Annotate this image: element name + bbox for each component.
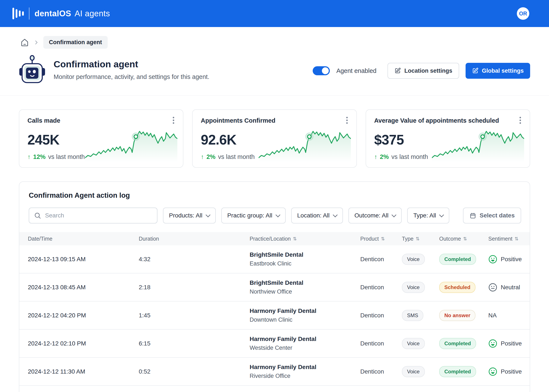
outcome-badge: Scheduled: [439, 282, 475, 293]
kebab-menu-button[interactable]: [170, 115, 177, 126]
cell-product: Denticon: [360, 312, 402, 319]
sentiment-label: NA: [488, 312, 497, 319]
breadcrumb: Confirmation agent: [20, 36, 549, 49]
cell-sentiment: Positive: [488, 339, 530, 348]
column-label: Outcome: [439, 236, 461, 242]
search-box[interactable]: [29, 208, 157, 224]
table-header: Date/TimeDurationPractice/Location⇅Produ…: [19, 232, 530, 245]
home-icon[interactable]: [20, 38, 29, 47]
brand-divider: [29, 7, 29, 20]
search-input[interactable]: [45, 212, 152, 219]
sentiment-label: Positive: [501, 368, 522, 375]
column-label: Product: [360, 236, 379, 242]
cell-outcome: Completed: [439, 366, 488, 377]
agent-enabled-toggle[interactable]: [313, 66, 330, 75]
location-settings-button[interactable]: Location settings: [388, 63, 459, 79]
table-body: 2024-12-13 09:15 AM 4:32 BrightSmile Den…: [19, 245, 530, 392]
select-dates-label: Select dates: [480, 212, 515, 219]
filter-location-all[interactable]: Location: All: [291, 208, 343, 224]
table-row[interactable]: 2024-12-12 02:10 PM 6:15 Harmony Family …: [19, 329, 530, 358]
cell-outcome: Completed: [439, 254, 488, 265]
practice-name: Harmony Family Dental: [250, 307, 360, 315]
cell-practice-location: BrightSmile Dental Northview Office: [250, 279, 360, 295]
cell-type: Voice: [402, 366, 439, 377]
cell-product: Denticon: [360, 284, 402, 291]
practice-location: Downtown Clinic: [250, 316, 360, 324]
cell-datetime: 2024-12-13 08:45 AM: [28, 284, 139, 291]
type-badge: SMS: [402, 310, 423, 321]
outcome-badge: Completed: [439, 338, 476, 349]
cell-product: Denticon: [360, 368, 402, 375]
column-header-date-time: Date/Time: [28, 236, 139, 242]
column-header-type[interactable]: Type⇅: [402, 236, 439, 242]
type-badge: Voice: [402, 254, 425, 265]
global-settings-label: Global settings: [482, 68, 524, 74]
outcome-badge: No answer: [439, 310, 475, 321]
table-row[interactable]: 2024-12-13 08:45 AM 2:18 BrightSmile Den…: [19, 273, 530, 301]
toggle-knob: [322, 67, 329, 74]
stat-delta-suffix: vs last month: [218, 153, 255, 161]
breadcrumb-current[interactable]: Confirmation agent: [43, 36, 108, 49]
cell-product: Denticon: [360, 340, 402, 347]
cell-duration: 6:15: [139, 340, 250, 347]
table-row[interactable]: 2024-12-12 11:30 AM 0:52 Harmony Family …: [19, 358, 530, 386]
sort-icon: ⇅: [463, 236, 467, 241]
page-title: Confirmation agent: [54, 59, 209, 70]
outcome-badge: Completed: [439, 254, 476, 265]
cell-outcome: Scheduled: [439, 282, 488, 293]
filter-label: Products: All: [169, 212, 202, 219]
cell-practice-location: Harmony Family Dental Riverside Office: [250, 363, 360, 380]
column-header-duration: Duration: [139, 236, 250, 242]
chevron-down-icon: [275, 212, 280, 217]
brand-name: dentalOS: [35, 9, 71, 18]
select-dates-button[interactable]: Select dates: [463, 208, 521, 224]
filter-outcome-all[interactable]: Outcome: All: [348, 208, 402, 224]
table-row[interactable]: 2024-12-12 04:20 PM 1:45 Harmony Family …: [19, 301, 530, 329]
sentiment-label: Neutral: [501, 284, 520, 291]
practice-name: Harmony Family Dental: [250, 363, 360, 371]
brand-logo: dentalOS AI agents: [13, 7, 110, 20]
filter-label: Practic group: All: [227, 212, 272, 219]
column-label: Type: [402, 236, 413, 242]
column-label: Duration: [139, 236, 159, 242]
column-header-outcome[interactable]: Outcome⇅: [439, 236, 488, 242]
arrow-up-icon: ↑: [374, 153, 377, 161]
global-settings-button[interactable]: Global settings: [466, 63, 530, 79]
cell-outcome: No answer: [439, 310, 488, 321]
filter-type-all[interactable]: Type: All: [407, 208, 449, 224]
type-badge: Voice: [402, 338, 425, 349]
table-row[interactable]: 2024-12-13 09:15 AM 4:32 BrightSmile Den…: [19, 245, 530, 273]
chevron-down-icon: [439, 212, 444, 217]
chevron-down-icon: [333, 212, 338, 217]
column-label: Practice/Location: [250, 236, 291, 242]
stat-delta: 2%: [380, 153, 389, 161]
cell-duration: 4:32: [139, 256, 250, 263]
cell-duration: 1:45: [139, 312, 250, 319]
sort-icon: ⇅: [381, 236, 385, 241]
cell-datetime: 2024-12-12 04:20 PM: [28, 312, 139, 319]
column-header-sentiment[interactable]: Sentiment⇅: [488, 236, 530, 242]
column-header-practice-location[interactable]: Practice/Location⇅: [250, 236, 360, 242]
page-subtitle: Monitor performance, activity, and setti…: [54, 73, 209, 80]
waveform-logo-icon: [13, 8, 24, 19]
stat-title: Calls made: [28, 117, 175, 124]
top-nav: dentalOS AI agents OR: [0, 0, 549, 27]
cell-datetime: 2024-12-12 02:10 PM: [28, 340, 139, 347]
practice-location: Riverside Office: [250, 372, 360, 380]
cell-practice-location: Harmony Family Dental Westside Center: [250, 335, 360, 352]
chevron-down-icon: [205, 212, 210, 217]
stat-delta: 2%: [207, 153, 215, 161]
kebab-menu-button[interactable]: [516, 115, 524, 126]
page-header: Confirmation agent Confirmation agent Mo…: [0, 36, 549, 96]
practice-location: Northview Office: [250, 288, 360, 295]
column-header-product[interactable]: Product⇅: [360, 236, 402, 242]
cell-duration: 0:52: [139, 368, 250, 375]
stat-title: Average Value of appointments scheduled: [374, 117, 521, 124]
kebab-menu-button[interactable]: [343, 115, 351, 126]
stat-card-average-value: Average Value of appointments scheduled …: [366, 109, 530, 168]
filter-products-all[interactable]: Products: All: [163, 208, 216, 224]
user-avatar[interactable]: OR: [517, 7, 529, 20]
table-row[interactable]: 2024-12-11 03:45 PM 3:28 Summit Dental D…: [19, 386, 530, 392]
cell-sentiment: Neutral: [488, 283, 530, 292]
filter-practic-group-all[interactable]: Practic group: All: [221, 208, 286, 224]
